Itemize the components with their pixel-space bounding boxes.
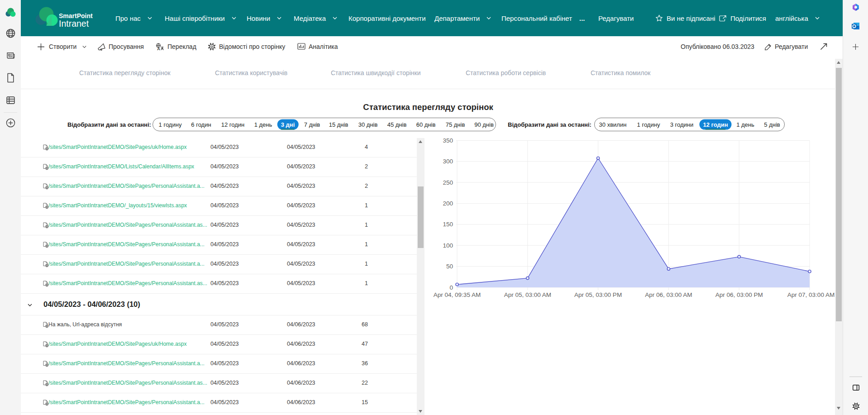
svg-text:Apr 07, 03:00 AM: Apr 07, 03:00 AM [787,291,835,298]
svg-text:150: 150 [443,221,453,228]
svg-text:250: 250 [443,179,453,186]
svg-text:350: 350 [443,137,453,144]
svg-text:200: 200 [443,200,453,207]
svg-text:Apr 05, 03:00 PM: Apr 05, 03:00 PM [574,291,622,298]
svg-text:300: 300 [443,158,453,165]
svg-text:Apr 04, 09:35 AM: Apr 04, 09:35 AM [434,291,481,298]
svg-text:50: 50 [446,263,453,270]
svg-text:100: 100 [443,242,453,249]
svg-text:Apr 06, 03:00 AM: Apr 06, 03:00 AM [645,291,692,298]
svg-text:Intranet: Intranet [59,19,89,29]
svg-text:Apr 06, 03:00 PM: Apr 06, 03:00 PM [715,291,763,298]
svg-text:A: A [157,46,160,50]
svg-text:Apr 05, 03:00 AM: Apr 05, 03:00 AM [504,291,551,298]
svg-text:0: 0 [449,284,453,291]
